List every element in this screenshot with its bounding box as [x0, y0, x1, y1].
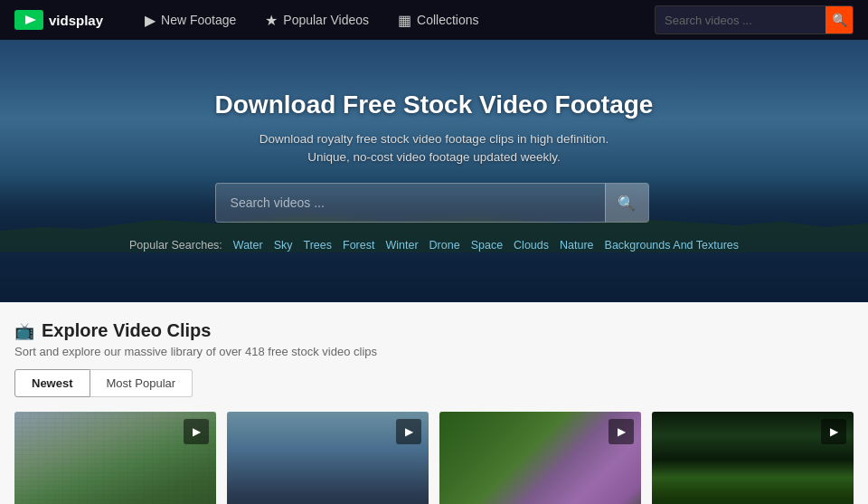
tag-trees[interactable]: Trees [304, 239, 333, 252]
navbar: vidsplay ▶ New Footage ★ Popular Videos … [0, 0, 868, 40]
video-card-3[interactable]: ▶ 00:29 [439, 412, 641, 504]
video-clips-icon: 📺 [14, 321, 34, 341]
nav-link-popular-videos-label: Popular Videos [283, 13, 369, 27]
popular-searches-bar: Popular Searches: Water Sky Trees Forest… [129, 239, 739, 252]
tag-drone[interactable]: Drone [429, 239, 460, 252]
video-play-button-1[interactable]: ▶ [184, 419, 209, 444]
video-play-button-4[interactable]: ▶ [821, 419, 846, 444]
tag-space[interactable]: Space [471, 239, 503, 252]
hero-section: Download Free Stock Video Footage Downlo… [0, 40, 868, 302]
nav-link-new-footage-label: New Footage [161, 13, 236, 27]
filter-tab-most-popular[interactable]: Most Popular [90, 369, 193, 397]
tag-sky[interactable]: Sky [274, 239, 293, 252]
filter-tab-newest[interactable]: Newest [14, 369, 90, 397]
nav-link-collections[interactable]: ▦ Collections [385, 6, 491, 34]
collection-icon: ▦ [398, 12, 411, 29]
nav-link-collections-label: Collections [417, 13, 478, 27]
nav-link-popular-videos[interactable]: ★ Popular Videos [252, 6, 382, 34]
video-grid: ▶ 01:18 ▶ 00:50 ▶ 00:29 ▶ 00:18 [14, 412, 854, 504]
popular-searches-label: Popular Searches: [129, 239, 222, 252]
tag-water[interactable]: Water [233, 239, 263, 252]
section-subtitle: Sort and explore our massive library of … [14, 345, 854, 358]
nav-search-input[interactable] [656, 14, 826, 27]
video-card-4[interactable]: ▶ 00:18 [652, 412, 854, 504]
logo-icon [14, 10, 43, 30]
section-title: Explore Video Clips [42, 320, 211, 341]
filter-tabs: Newest Most Popular [14, 369, 854, 397]
nav-link-new-footage[interactable]: ▶ New Footage [132, 6, 249, 34]
hero-search-input[interactable] [216, 195, 605, 210]
tag-clouds[interactable]: Clouds [514, 239, 549, 252]
logo-text: vidsplay [49, 13, 103, 28]
tag-backgrounds-textures[interactable]: Backgrounds And Textures [605, 239, 739, 252]
play-circle-icon: ▶ [145, 12, 156, 29]
section-header: 📺 Explore Video Clips [14, 320, 854, 341]
video-card-1[interactable]: ▶ 01:18 [14, 412, 216, 504]
hero-search-box: 🔍 [215, 183, 649, 223]
video-play-button-2[interactable]: ▶ [396, 419, 421, 444]
logo[interactable]: vidsplay [14, 10, 103, 30]
tag-forest[interactable]: Forest [343, 239, 374, 252]
nav-links: ▶ New Footage ★ Popular Videos ▦ Collect… [132, 6, 655, 34]
star-icon: ★ [265, 12, 278, 29]
nav-search-box: 🔍 [655, 5, 854, 34]
tag-nature[interactable]: Nature [560, 239, 594, 252]
main-content: 📺 Explore Video Clips Sort and explore o… [0, 302, 868, 504]
hero-title: Download Free Stock Video Footage [215, 90, 654, 119]
hero-content: Download Free Stock Video Footage Downlo… [197, 90, 672, 223]
nav-search-button[interactable]: 🔍 [826, 5, 853, 34]
tag-winter[interactable]: Winter [385, 239, 418, 252]
hero-subtitle: Download royalty free stock video footag… [215, 130, 654, 167]
video-card-2[interactable]: ▶ 00:50 [227, 412, 429, 504]
hero-search-button[interactable]: 🔍 [605, 183, 648, 223]
video-play-button-3[interactable]: ▶ [609, 419, 634, 444]
